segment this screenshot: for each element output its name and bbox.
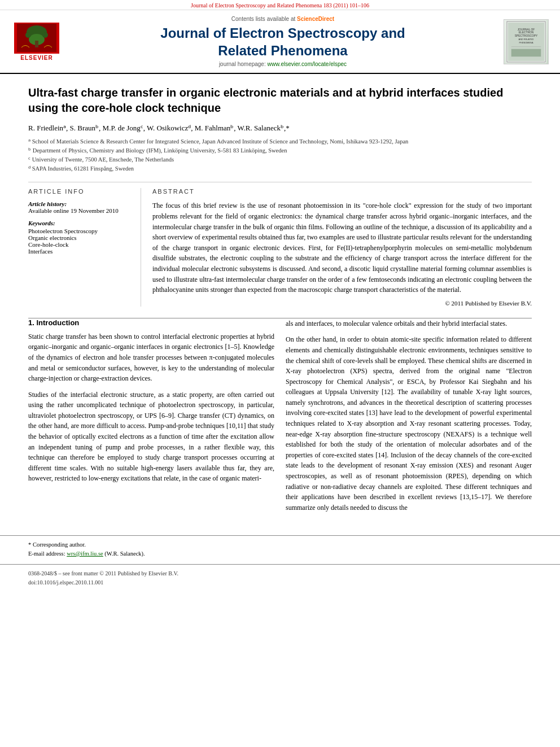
journal-main-title: Journal of Electron Spectroscopy and Rel… [68,24,498,59]
body-paragraph-2: Studies of the interfacial electronic st… [28,390,274,484]
copyright-line: © 2011 Published by Elsevier B.V. [152,300,532,307]
paper-content: Ultra-fast charge transfer in organic el… [0,74,560,317]
affiliation-b: ᵇ Department of Physics, Chemistry and B… [28,146,532,155]
article-info-header: ARTICLE INFO [28,188,132,195]
top-bar: Journal of Electron Spectroscopy and Rel… [0,0,560,10]
email-label: E-mail address: [28,551,67,557]
paper-title: Ultra-fast charge transfer in organic el… [28,85,532,116]
body-paragraph-4: On the other hand, in order to obtain at… [286,334,532,513]
svg-rect-15 [511,49,541,56]
footnote-email: E-mail address: wrs@ifm.liu.se (W.R. Sal… [28,549,532,558]
svg-point-5 [42,32,48,38]
body-paragraph-1: Static charge transfer has been shown to… [28,331,274,384]
journal-title-block: Contents lists available at ScienceDirec… [68,16,498,67]
abstract-text: The focus of this brief review is the us… [152,200,532,295]
elsevier-logo: ELSEVIER [11,23,62,61]
available-online: Available online 19 November 2010 [28,207,132,214]
abstract-col: ABSTRACT The focus of this brief review … [152,188,532,306]
affiliation-a: ᵃ School of Materials Science & Research… [28,137,532,146]
svg-text:PHENOMENA: PHENOMENA [519,41,533,44]
article-meta-block: ARTICLE INFO Article history: Available … [28,188,532,306]
keyword-4: Interfaces [28,248,132,255]
email-suffix: (W.R. Salaneck). [104,551,145,557]
authors-line: R. Friedleinᵃ, S. Braunᵇ, M.P. de Jongᶜ,… [28,124,532,133]
article-history-section: Article history: Available online 19 Nov… [28,200,132,214]
svg-text:AND RELATED: AND RELATED [519,38,534,41]
svg-text:ELECTRON: ELECTRON [519,31,534,34]
header-divider [28,182,532,182]
keywords-section: Keywords: Photoelectron Spectroscopy Org… [28,220,132,255]
svg-rect-3 [35,41,38,47]
main-body: 1. Introduction Static charge transfer h… [0,318,560,530]
bottom-issn: 0368-2048/$ – see front matter © 2011 Pu… [28,569,532,578]
journal-thumbnail: JOURNAL OF ELECTRON SPECTROSCOPY AND REL… [504,19,549,64]
keywords-label: Keywords: [28,220,132,226]
affiliations: ᵃ School of Materials Science & Research… [28,137,532,173]
corresponding-label: * Corresponding author. [28,541,86,548]
journal-homepage: journal homepage: www.elsevier.com/locat… [68,61,498,67]
sciencedirect-link[interactable]: ScienceDirect [297,16,334,22]
section1-title: 1. Introduction [28,318,274,327]
journal-citation: Journal of Electron Spectroscopy and Rel… [191,2,369,8]
email-address[interactable]: wrs@ifm.liu.se [67,551,103,557]
keyword-3: Core-hole-clock [28,241,132,248]
body-left-col: 1. Introduction Static charge transfer h… [28,318,274,519]
affiliation-c: ᶜ University of Twente, 7500 AE, Ensched… [28,155,532,164]
svg-point-4 [25,32,31,38]
svg-text:JOURNAL OF: JOURNAL OF [518,28,535,30]
article-info-col: ARTICLE INFO Article history: Available … [28,188,141,306]
homepage-url[interactable]: www.elsevier.com/locate/elspec [268,61,347,67]
body-paragraph-3: als and interfaces, to molecular valence… [286,318,532,329]
bottom-doi: doi:10.1016/j.elspec.2010.11.001 [28,578,532,587]
journal-header: ELSEVIER Contents lists available at Sci… [0,10,560,74]
svg-text:SPECTROSCOPY: SPECTROSCOPY [515,34,538,37]
body-right-col: als and interfaces, to molecular valence… [286,318,532,519]
footnote-section: * Corresponding author. E-mail address: … [0,535,560,558]
keyword-2: Organic electronics [28,234,132,241]
sciencedirect-line: Contents lists available at ScienceDirec… [68,16,498,22]
elsevier-wordmark: ELSEVIER [20,55,53,61]
keyword-1: Photoelectron Spectroscopy [28,228,132,234]
abstract-header: ABSTRACT [152,188,532,195]
footnote-corresponding: * Corresponding author. [28,540,532,549]
affiliation-d: ᵈ SAPA Industries, 61281 Finspång, Swede… [28,164,532,173]
bottom-bar: 0368-2048/$ – see front matter © 2011 Pu… [0,564,560,592]
history-label: Article history: [28,200,132,207]
